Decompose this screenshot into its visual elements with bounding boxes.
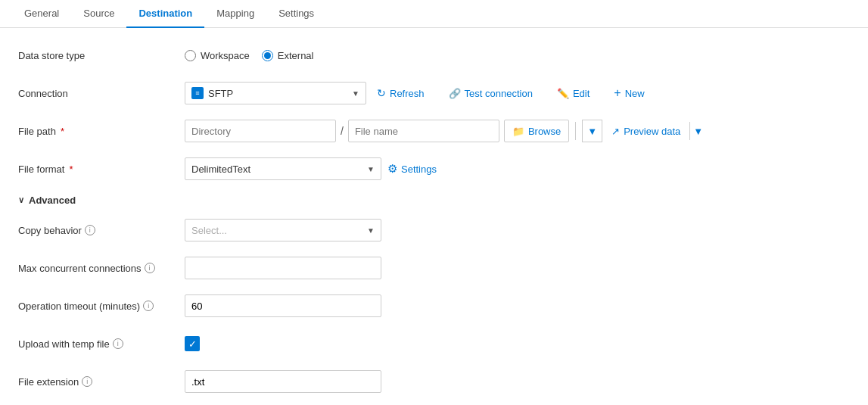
upload-temp-info-icon[interactable]: i	[113, 338, 123, 349]
copy-behavior-control: Select... ▼	[185, 219, 850, 241]
preview-data-button[interactable]: ↗ Preview data	[607, 123, 685, 140]
operation-timeout-label: Operation timeout (minutes) i	[18, 301, 185, 312]
sftp-icon: ≡	[191, 87, 204, 99]
chevron-down-icon: ∨	[18, 195, 24, 205]
browse-icon: 📁	[512, 126, 524, 137]
chevron-browse-icon: ▼	[587, 126, 597, 137]
copy-behavior-info-icon[interactable]: i	[85, 225, 95, 235]
preview-icon: ↗	[611, 126, 620, 137]
data-store-type-row: Data store type Workspace External	[18, 43, 850, 67]
upload-temp-row: Upload with temp file i ✓	[18, 332, 850, 356]
required-star: *	[61, 126, 64, 137]
file-path-row: File path * / 📁 Browse ▼ ↗ Preview data …	[18, 119, 850, 143]
connection-value: SFTP	[208, 88, 233, 99]
test-connection-icon: 🔗	[449, 88, 461, 99]
max-connections-label: Max concurrent connections i	[18, 263, 185, 274]
edit-icon: ✏️	[557, 88, 569, 99]
format-chevron-icon: ▼	[367, 165, 375, 173]
advanced-toggle[interactable]: ∨ Advanced	[18, 195, 850, 206]
data-store-type-control: Workspace External	[185, 50, 850, 61]
upload-temp-checkbox[interactable]: ✓	[185, 336, 200, 351]
file-extension-input[interactable]	[185, 370, 381, 393]
test-connection-button[interactable]: 🔗 Test connection	[444, 85, 537, 102]
tab-source[interactable]: Source	[71, 0, 126, 28]
max-connections-control	[185, 257, 850, 279]
copy-behavior-row: Copy behavior i Select... ▼	[18, 218, 850, 242]
refresh-button[interactable]: ↻ Refresh	[372, 84, 429, 102]
upload-temp-control: ✓	[185, 336, 850, 351]
operation-timeout-control	[185, 294, 850, 317]
directory-input[interactable]	[185, 120, 336, 142]
file-format-label: File format *	[18, 164, 185, 175]
tab-mapping[interactable]: Mapping	[204, 0, 266, 28]
chevron-preview-icon: ▼	[693, 126, 703, 137]
copy-behavior-chevron-icon: ▼	[367, 226, 375, 235]
file-extension-label: File extension i	[18, 376, 185, 388]
file-extension-row: File extension i	[18, 369, 850, 394]
file-format-dropdown[interactable]: DelimitedText ▼	[185, 157, 381, 180]
file-format-control: DelimitedText ▼ ⚙ Settings	[185, 157, 850, 180]
browse-separator	[575, 122, 576, 140]
file-format-row: File format * DelimitedText ▼ ⚙ Settings	[18, 157, 850, 181]
workspace-radio-option[interactable]: Workspace	[185, 50, 250, 61]
plus-icon: +	[614, 86, 621, 100]
tab-general[interactable]: General	[12, 0, 71, 28]
settings-icon: ⚙	[387, 162, 397, 176]
file-format-value: DelimitedText	[191, 164, 250, 175]
connection-label: Connection	[18, 88, 185, 99]
form-content: Data store type Workspace External Conne…	[0, 28, 868, 405]
connection-dropdown[interactable]: ≡ SFTP ▼	[185, 82, 366, 104]
new-button[interactable]: + New	[609, 83, 649, 103]
file-extension-info-icon[interactable]: i	[82, 376, 92, 387]
external-radio[interactable]	[262, 50, 273, 61]
browse-button[interactable]: 📁 Browse	[504, 120, 569, 142]
tab-destination[interactable]: Destination	[126, 0, 204, 28]
connection-chevron-icon: ▼	[352, 89, 359, 98]
operation-timeout-input[interactable]	[185, 294, 381, 317]
connection-control: ≡ SFTP ▼ ↻ Refresh 🔗 Test connection ✏️ …	[185, 82, 850, 104]
format-required-star: *	[69, 164, 73, 175]
refresh-icon: ↻	[377, 87, 386, 99]
file-name-input[interactable]	[348, 120, 499, 142]
data-store-type-label: Data store type	[18, 50, 185, 61]
external-radio-option[interactable]: External	[262, 50, 314, 61]
tab-bar: General Source Destination Mapping Setti…	[0, 0, 868, 28]
path-slash: /	[341, 125, 344, 137]
operation-timeout-row: Operation timeout (minutes) i	[18, 294, 850, 318]
file-extension-control	[185, 370, 850, 393]
dropdown-browse-button[interactable]: ▼	[582, 120, 602, 142]
dropdown-preview-button[interactable]: ▼	[689, 122, 706, 140]
connection-row: Connection ≡ SFTP ▼ ↻ Refresh 🔗 Test con…	[18, 81, 850, 105]
file-path-control: / 📁 Browse ▼ ↗ Preview data ▼	[185, 120, 850, 142]
settings-button[interactable]: ⚙ Settings	[387, 162, 437, 176]
workspace-radio[interactable]	[185, 50, 196, 61]
copy-behavior-dropdown[interactable]: Select... ▼	[185, 219, 381, 241]
max-connections-info-icon[interactable]: i	[145, 263, 155, 273]
max-connections-input[interactable]	[185, 257, 381, 279]
upload-temp-label: Upload with temp file i	[18, 338, 185, 350]
copy-behavior-label: Copy behavior i	[18, 225, 185, 236]
tab-settings[interactable]: Settings	[266, 0, 326, 28]
workspace-label: Workspace	[201, 50, 250, 61]
external-label: External	[278, 50, 314, 61]
max-connections-row: Max concurrent connections i	[18, 256, 850, 280]
edit-button[interactable]: ✏️ Edit	[552, 85, 594, 102]
copy-behavior-placeholder: Select...	[191, 225, 227, 236]
file-path-label: File path *	[18, 126, 185, 137]
operation-timeout-info-icon[interactable]: i	[143, 301, 154, 311]
